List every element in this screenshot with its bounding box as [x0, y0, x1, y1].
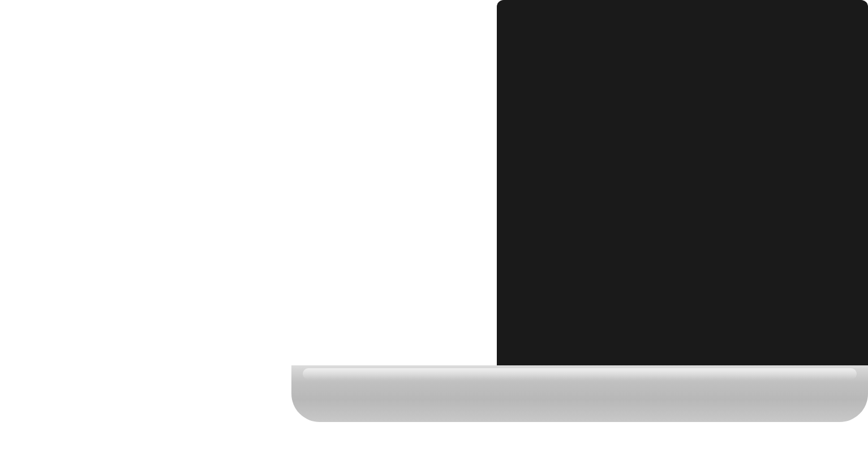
laptop-base-shine [303, 368, 857, 380]
laptop-base [291, 365, 868, 422]
screen-bezel: Tasks Feel blue [497, 0, 868, 365]
